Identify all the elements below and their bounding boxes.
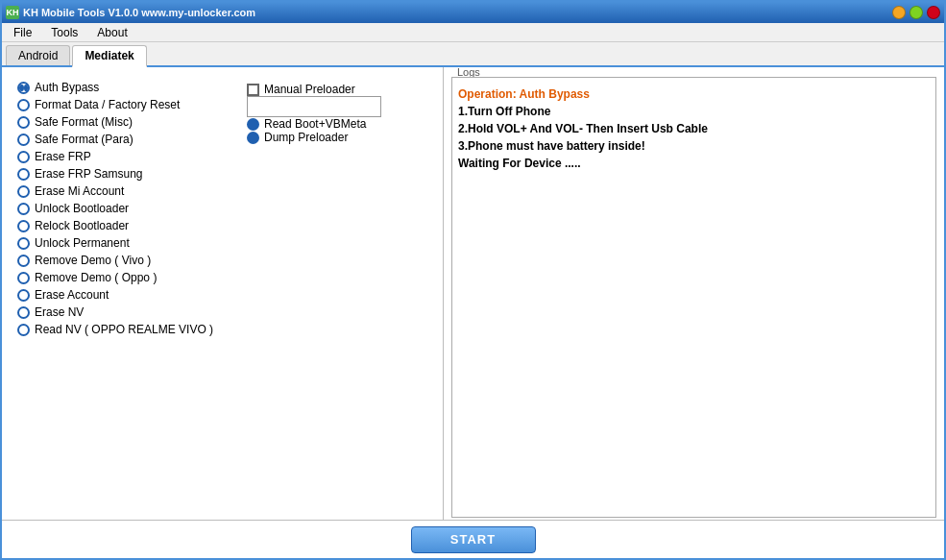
option-erase-frp-samsung[interactable]: Erase FRP Samsung	[13, 165, 239, 183]
option-erase-frp[interactable]: Erase FRP	[13, 148, 239, 165]
checkbox-read-boot-vbmeta[interactable]: Read Boot+VBMeta	[247, 117, 431, 131]
minimize-button[interactable]	[892, 6, 906, 19]
option-erase-nv[interactable]: Erase NV	[13, 304, 239, 321]
menu-bar: File Tools About	[2, 23, 944, 42]
logs-panel: Logs Operation: Auth Bypass 1.Turn Off P…	[444, 67, 944, 520]
app-icon: KH	[6, 6, 19, 19]
tab-bar: Android Mediatek	[2, 42, 944, 67]
options-right-column: Manual Preloader Read Boot+VBMeta Dump P…	[243, 73, 435, 514]
radio-read-boot-vbmeta[interactable]	[247, 118, 259, 131]
options-left-column: Auth Bypass Format Data / Factory Reset …	[10, 73, 243, 514]
checkbox-manual-preloader[interactable]: Manual Preloader	[247, 83, 431, 96]
menu-tools[interactable]: Tools	[43, 24, 85, 41]
radio-erase-nv[interactable]	[17, 306, 30, 319]
log-line-2: 2.Hold VOL+ And VOL- Then Insert Usb Cab…	[458, 120, 930, 137]
radio-unlock-bootloader[interactable]	[17, 203, 30, 215]
option-read-nv[interactable]: Read NV ( OPPO REALME VIVO )	[13, 321, 239, 338]
menu-about[interactable]: About	[89, 24, 134, 41]
option-remove-demo-vivo[interactable]: Remove Demo ( Vivo )	[13, 252, 239, 269]
option-remove-demo-oppo[interactable]: Remove Demo ( Oppo )	[13, 269, 239, 286]
log-line-1: 1.Turn Off Phone	[458, 103, 930, 120]
radio-unlock-permanent[interactable]	[17, 237, 30, 250]
radio-erase-frp-samsung[interactable]	[17, 168, 30, 181]
radio-safe-format-para[interactable]	[17, 134, 30, 146]
option-unlock-bootloader[interactable]: Unlock Bootloader	[13, 200, 239, 217]
radio-safe-format-misc[interactable]	[17, 116, 30, 129]
title-bar: KH KH Mobile Tools V1.0.0 www.my-unlocke…	[2, 2, 944, 23]
left-panel: Auth Bypass Format Data / Factory Reset …	[2, 67, 444, 520]
main-content: Auth Bypass Format Data / Factory Reset …	[2, 67, 944, 520]
title-controls	[892, 6, 940, 19]
log-line-0: Operation: Auth Bypass	[458, 85, 930, 103]
radio-erase-frp[interactable]	[17, 151, 30, 163]
radio-erase-account[interactable]	[17, 289, 30, 302]
checkbox-manual-preloader-box[interactable]	[247, 84, 259, 96]
preloader-path-input[interactable]	[247, 96, 381, 117]
maximize-button[interactable]	[910, 6, 923, 19]
option-unlock-permanent[interactable]: Unlock Permanent	[13, 234, 239, 252]
logs-content: Operation: Auth Bypass 1.Turn Off Phone …	[451, 77, 936, 518]
log-line-3: 3.Phone must have battery inside!	[458, 137, 930, 155]
radio-erase-mi-account[interactable]	[17, 185, 30, 198]
option-relock-bootloader[interactable]: Relock Bootloader	[13, 217, 239, 234]
checkbox-dump-preloader[interactable]: Dump Preloader	[247, 131, 431, 144]
log-line-4: Waiting For Device .....	[458, 155, 930, 172]
main-window: KH KH Mobile Tools V1.0.0 www.my-unlocke…	[0, 0, 946, 560]
title-bar-left: KH KH Mobile Tools V1.0.0 www.my-unlocke…	[6, 6, 255, 19]
tab-mediatek[interactable]: Mediatek	[72, 45, 146, 67]
close-button[interactable]	[927, 6, 940, 19]
radio-format-data[interactable]	[17, 99, 30, 111]
option-erase-mi-account[interactable]: Erase Mi Account	[13, 183, 239, 200]
start-button[interactable]: START	[411, 526, 536, 553]
menu-file[interactable]: File	[6, 24, 39, 41]
radio-read-nv[interactable]	[17, 324, 30, 336]
radio-remove-demo-oppo[interactable]	[17, 272, 30, 284]
radio-relock-bootloader[interactable]	[17, 220, 30, 232]
radio-remove-demo-vivo[interactable]	[17, 255, 30, 267]
app-title: KH Mobile Tools V1.0.0 www.my-unlocker.c…	[23, 7, 255, 18]
radio-auth-bypass[interactable]	[17, 82, 30, 94]
option-safe-format-para[interactable]: Safe Format (Para)	[13, 131, 239, 148]
option-format-data[interactable]: Format Data / Factory Reset	[13, 96, 239, 113]
option-auth-bypass[interactable]: Auth Bypass	[13, 79, 239, 96]
option-erase-account[interactable]: Erase Account	[13, 286, 239, 304]
bottom-bar: START	[2, 520, 944, 558]
radio-dump-preloader[interactable]	[247, 132, 259, 144]
tab-android[interactable]: Android	[6, 45, 70, 65]
option-safe-format-misc[interactable]: Safe Format (Misc)	[13, 113, 239, 131]
